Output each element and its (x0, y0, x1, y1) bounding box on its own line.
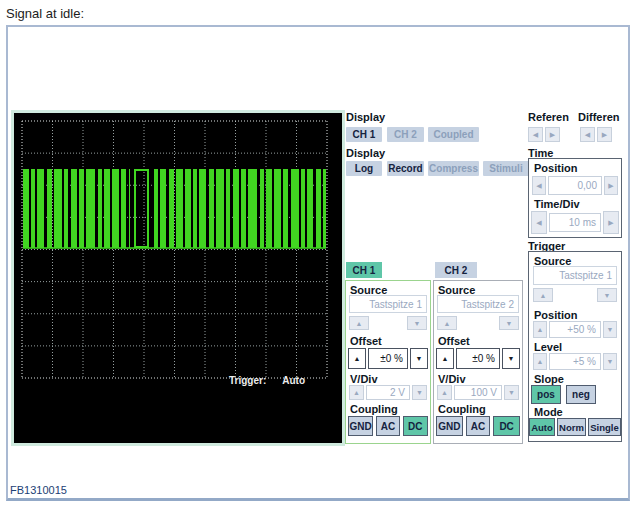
ch1-vdiv-up-button[interactable]: ▲ (349, 385, 364, 400)
ch1-panel: Source Tastspitze 1 ▲ ▼ Offset ▲ ±0 % ▼ … (345, 280, 431, 444)
slope-neg-button[interactable]: neg (566, 385, 596, 404)
left-arrow-icon: ◀ (533, 131, 538, 139)
log-button[interactable]: Log (346, 161, 382, 176)
differential-next-button[interactable]: ▶ (597, 127, 612, 142)
timediv-increment-button[interactable]: ▶ (603, 211, 619, 234)
ch2-offset-down-button[interactable]: ▼ (502, 348, 520, 369)
ch2-offset-label: Offset (438, 335, 470, 347)
reference-prev-button[interactable]: ◀ (528, 127, 543, 142)
down-arrow-icon: ▼ (506, 320, 513, 327)
ch1-dc-button[interactable]: DC (403, 416, 428, 436)
ch1-gnd-button[interactable]: GND (348, 416, 373, 436)
display-ch2-button[interactable]: CH 2 (387, 127, 424, 142)
timediv-value[interactable]: 10 ms (549, 213, 601, 232)
down-arrow-icon: ▼ (414, 320, 421, 327)
trigger-position-up-button[interactable]: ▲ (533, 321, 547, 338)
ch1-vdiv-down-button[interactable]: ▼ (412, 385, 427, 400)
left-arrow-icon: ◀ (585, 131, 590, 139)
timediv-label: Time/Div (534, 198, 580, 210)
mode-single-button[interactable]: Single (588, 418, 621, 436)
ch2-ac-button[interactable]: AC (466, 416, 491, 436)
trigger-position-down-button[interactable]: ▼ (603, 321, 617, 338)
scope-screen: Trigger: Auto (14, 113, 342, 443)
time-position-label: Position (534, 162, 577, 174)
ch1-offset-label: Offset (350, 335, 382, 347)
trigger-slope-label: Slope (534, 373, 564, 385)
trigger-level-value[interactable]: +5 % (549, 353, 601, 370)
scope-svg (14, 113, 342, 443)
up-arrow-icon: ▲ (444, 320, 451, 327)
ch1-vdiv-value[interactable]: 2 V (366, 385, 410, 400)
ch1-coupling-label: Coupling (350, 403, 398, 415)
right-arrow-icon: ▶ (608, 182, 613, 190)
ch1-ac-button[interactable]: AC (376, 416, 399, 436)
time-position-value[interactable]: 0,00 (548, 176, 602, 195)
tab-ch1[interactable]: CH 1 (346, 262, 382, 278)
reference-label: Referen (528, 111, 569, 123)
display-ch1-button[interactable]: CH 1 (346, 127, 382, 142)
mode-norm-button[interactable]: Norm (557, 418, 586, 436)
ch1-offset-up-button[interactable]: ▲ (348, 348, 366, 369)
ch2-offset-value[interactable]: ±0 % (456, 348, 500, 369)
page-title: Signal at idle: (6, 6, 84, 21)
reference-next-button[interactable]: ▶ (545, 127, 560, 142)
scope-display: Trigger: Auto (11, 110, 345, 446)
compress-button[interactable]: Compress (428, 161, 479, 176)
trigger-readout-mode: Auto (282, 375, 305, 386)
ch1-offset-value[interactable]: ±0 % (368, 348, 408, 369)
ch2-panel: Source Tastspitze 2 ▲ ▼ Offset ▲ ±0 % ▼ … (433, 280, 523, 444)
figure-frame: Trigger: Auto Display CH 1 CH 2 Coupled … (6, 25, 630, 501)
left-arrow-icon: ◀ (536, 182, 541, 190)
time-position-increment-button[interactable]: ▶ (604, 176, 618, 195)
display-modes-label: Display (346, 147, 385, 159)
trigger-source-up-button[interactable]: ▲ (533, 288, 553, 302)
down-arrow-icon: ▼ (508, 389, 515, 396)
display-channels-label: Display (346, 111, 385, 123)
ch2-gnd-button[interactable]: GND (436, 416, 463, 436)
right-arrow-icon: ▶ (608, 219, 613, 227)
up-arrow-icon: ▲ (540, 292, 547, 299)
time-position-decrement-button[interactable]: ◀ (532, 176, 546, 195)
down-arrow-icon: ▼ (604, 292, 611, 299)
trigger-box: Source Tastspitze 1 ▲ ▼ Position ▲ +50 %… (528, 251, 622, 442)
ch2-vdiv-up-button[interactable]: ▲ (437, 385, 452, 400)
record-button[interactable]: Record (387, 161, 424, 176)
up-arrow-icon: ▲ (353, 389, 360, 396)
up-arrow-icon: ▲ (537, 358, 544, 365)
trigger-readout: Trigger: Auto (229, 375, 305, 386)
ch2-source-up-button[interactable]: ▲ (437, 316, 457, 330)
trigger-source-down-button[interactable]: ▼ (597, 288, 617, 302)
up-arrow-icon: ▲ (442, 355, 449, 362)
mode-auto-button[interactable]: Auto (529, 418, 555, 436)
display-coupled-button[interactable]: Coupled (428, 127, 479, 142)
ch2-vdiv-value[interactable]: 100 V (454, 385, 502, 400)
tab-ch2[interactable]: CH 2 (435, 262, 477, 278)
up-arrow-icon: ▲ (441, 389, 448, 396)
down-arrow-icon: ▼ (508, 355, 515, 362)
trigger-readout-label: Trigger: (229, 375, 266, 386)
ch2-dc-button[interactable]: DC (493, 416, 520, 436)
trigger-source-value[interactable]: Tastspitze 1 (533, 266, 617, 285)
trigger-mode-label: Mode (534, 406, 563, 418)
differential-label: Differen (578, 111, 620, 123)
slope-pos-button[interactable]: pos (531, 385, 561, 404)
ch2-vdiv-down-button[interactable]: ▼ (504, 385, 519, 400)
ch1-offset-down-button[interactable]: ▼ (410, 348, 428, 369)
down-arrow-icon: ▼ (607, 326, 614, 333)
ch1-source-down-button[interactable]: ▼ (407, 316, 427, 330)
differential-prev-button[interactable]: ◀ (580, 127, 595, 142)
left-arrow-icon: ◀ (536, 219, 541, 227)
stimuli-button[interactable]: Stimuli (483, 161, 529, 176)
trigger-position-value[interactable]: +50 % (549, 321, 601, 338)
time-box: Position ◀ 0,00 ▶ Time/Div ◀ 10 ms ▶ (528, 158, 622, 238)
ch1-source-value[interactable]: Tastspitze 1 (349, 295, 427, 313)
ch2-source-value[interactable]: Tastspitze 2 (437, 295, 519, 313)
timediv-decrement-button[interactable]: ◀ (531, 211, 547, 234)
ch2-offset-up-button[interactable]: ▲ (436, 348, 454, 369)
up-arrow-icon: ▲ (356, 320, 363, 327)
up-arrow-icon: ▲ (354, 355, 361, 362)
trigger-level-up-button[interactable]: ▲ (533, 353, 547, 370)
trigger-level-down-button[interactable]: ▼ (603, 353, 617, 370)
ch2-source-down-button[interactable]: ▼ (499, 316, 519, 330)
ch1-source-up-button[interactable]: ▲ (349, 316, 369, 330)
